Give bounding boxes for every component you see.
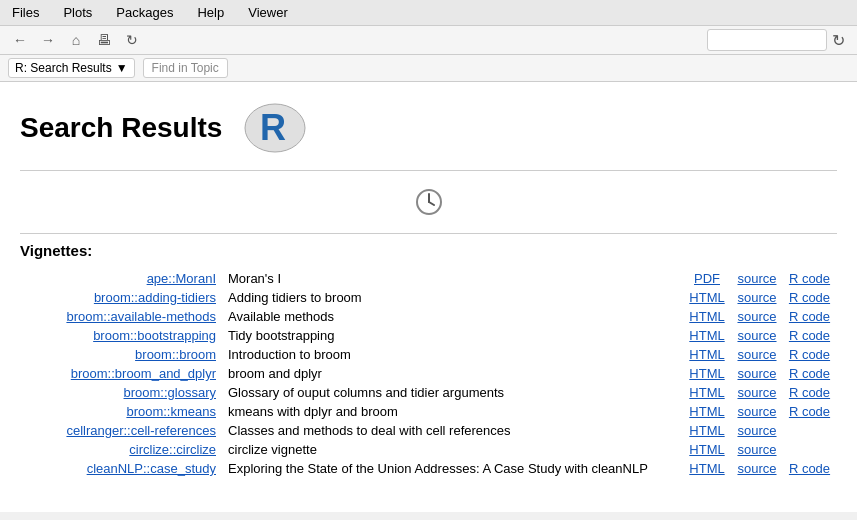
vignette-rcode-link[interactable]: R code (789, 309, 830, 324)
vignette-format-link[interactable]: HTML (689, 385, 724, 400)
vignette-row: circlize::circlizecirclize vignetteHTMLs… (20, 440, 837, 459)
vignette-link[interactable]: broom::bootstrapping (93, 328, 216, 343)
vignette-row: broom::glossaryGlossary of ouput columns… (20, 383, 837, 402)
svg-line-4 (429, 202, 434, 205)
back-button[interactable]: ← (8, 29, 32, 51)
vignette-source-link[interactable]: source (737, 347, 776, 362)
vignette-row: broom::adding-tidiersAdding tidiers to b… (20, 288, 837, 307)
vignette-link[interactable]: cleanNLP::case_study (87, 461, 216, 476)
vignette-table: ape::MoranIMoran's IPDFsourceR codebroom… (20, 269, 837, 478)
vignette-link[interactable]: cellranger::cell-references (66, 423, 216, 438)
search-input[interactable] (707, 29, 827, 51)
vignettes-title: Vignettes: (20, 242, 837, 259)
toolbar-search: ↻ (707, 29, 849, 51)
menu-files[interactable]: Files (8, 3, 43, 22)
vignette-desc: Classes and methods to deal with cell re… (220, 421, 682, 440)
vignette-format-link[interactable]: HTML (689, 404, 724, 419)
vignette-source-link[interactable]: source (737, 404, 776, 419)
vignette-source-link[interactable]: source (737, 461, 776, 476)
vignette-source-link[interactable]: source (737, 290, 776, 305)
main-content: Search Results R Vignettes: ape::MoranIM… (0, 82, 857, 512)
vignette-link[interactable]: broom::broom (135, 347, 216, 362)
refresh-icon[interactable]: ↻ (827, 29, 849, 51)
vignette-rcode-link[interactable]: R code (789, 385, 830, 400)
vignette-format-link[interactable]: HTML (689, 423, 724, 438)
vignette-desc: circlize vignette (220, 440, 682, 459)
vignette-link[interactable]: circlize::circlize (129, 442, 216, 457)
vignette-row: cleanNLP::case_studyExploring the State … (20, 459, 837, 478)
chevron-down-icon: ▼ (116, 61, 128, 75)
page-title: Search Results (20, 112, 222, 144)
vignette-format-link[interactable]: HTML (689, 366, 724, 381)
vignette-row: cellranger::cell-referencesClasses and m… (20, 421, 837, 440)
vignette-row: broom::kmeanskmeans with dplyr and broom… (20, 402, 837, 421)
forward-button[interactable]: → (36, 29, 60, 51)
vignette-source-link[interactable]: source (737, 366, 776, 381)
vignette-row: broom::broomIntroduction to broomHTMLsou… (20, 345, 837, 364)
vignette-format-link[interactable]: HTML (689, 461, 724, 476)
vignette-format-link[interactable]: HTML (689, 328, 724, 343)
r-logo: R (238, 98, 308, 158)
vignette-rcode-link[interactable]: R code (789, 347, 830, 362)
vignette-desc: Glossary of ouput columns and tidier arg… (220, 383, 682, 402)
vignette-link[interactable]: ape::MoranI (147, 271, 216, 286)
vignettes-section: Vignettes: ape::MoranIMoran's IPDFsource… (20, 242, 837, 478)
header-divider (20, 170, 837, 171)
vignette-source-link[interactable]: source (737, 271, 776, 286)
vignette-row: broom::available-methodsAvailable method… (20, 307, 837, 326)
vignette-link[interactable]: broom::adding-tidiers (94, 290, 216, 305)
menu-viewer[interactable]: Viewer (244, 3, 292, 22)
vignette-rcode-link[interactable]: R code (789, 328, 830, 343)
vignette-rcode-link[interactable]: R code (789, 366, 830, 381)
vignette-desc: Moran's I (220, 269, 682, 288)
menu-bar: Files Plots Packages Help Viewer (0, 0, 857, 26)
vignette-source-link[interactable]: source (737, 309, 776, 324)
vignette-rcode-link[interactable]: R code (789, 404, 830, 419)
vignette-desc: Available methods (220, 307, 682, 326)
vignette-row: broom::bootstrappingTidy bootstrappingHT… (20, 326, 837, 345)
history-button[interactable]: ↻ (120, 29, 144, 51)
vignette-format-link[interactable]: HTML (689, 290, 724, 305)
vignette-format-link[interactable]: HTML (689, 347, 724, 362)
find-in-topic-button[interactable]: Find in Topic (143, 58, 228, 78)
vignette-rcode-link[interactable]: R code (789, 290, 830, 305)
menu-help[interactable]: Help (193, 3, 228, 22)
page-header: Search Results R (20, 98, 837, 158)
menu-packages[interactable]: Packages (112, 3, 177, 22)
vignette-source-link[interactable]: source (737, 423, 776, 438)
location-dropdown[interactable]: R: Search Results ▼ (8, 58, 135, 78)
vignette-format-link[interactable]: HTML (689, 442, 724, 457)
vignette-row: broom::broom_and_dplyrbroom and dplyrHTM… (20, 364, 837, 383)
svg-text:R: R (260, 107, 286, 148)
vignette-link[interactable]: broom::broom_and_dplyr (71, 366, 216, 381)
vignette-row: ape::MoranIMoran's IPDFsourceR code (20, 269, 837, 288)
vignette-format-link[interactable]: PDF (694, 271, 720, 286)
vignette-source-link[interactable]: source (737, 385, 776, 400)
vignette-format-link[interactable]: HTML (689, 309, 724, 324)
location-label: R: Search Results (15, 61, 112, 75)
vignette-desc: Exploring the State of the Union Address… (220, 459, 682, 478)
print-button[interactable]: 🖶 (92, 29, 116, 51)
vignette-source-link[interactable]: source (737, 328, 776, 343)
home-button[interactable]: ⌂ (64, 29, 88, 51)
loading-indicator (20, 179, 837, 225)
location-bar: R: Search Results ▼ Find in Topic (0, 55, 857, 82)
vignette-desc: Tidy bootstrapping (220, 326, 682, 345)
vignette-link[interactable]: broom::available-methods (66, 309, 216, 324)
loading-divider (20, 233, 837, 234)
vignette-source-link[interactable]: source (737, 442, 776, 457)
vignette-link[interactable]: broom::glossary (124, 385, 216, 400)
vignette-rcode-link[interactable]: R code (789, 461, 830, 476)
clock-icon (414, 187, 444, 217)
vignette-rcode-link[interactable]: R code (789, 271, 830, 286)
vignette-desc: Adding tidiers to broom (220, 288, 682, 307)
vignette-desc: broom and dplyr (220, 364, 682, 383)
toolbar: ← → ⌂ 🖶 ↻ ↻ (0, 26, 857, 55)
vignette-desc: kmeans with dplyr and broom (220, 402, 682, 421)
vignette-desc: Introduction to broom (220, 345, 682, 364)
vignette-link[interactable]: broom::kmeans (126, 404, 216, 419)
menu-plots[interactable]: Plots (59, 3, 96, 22)
